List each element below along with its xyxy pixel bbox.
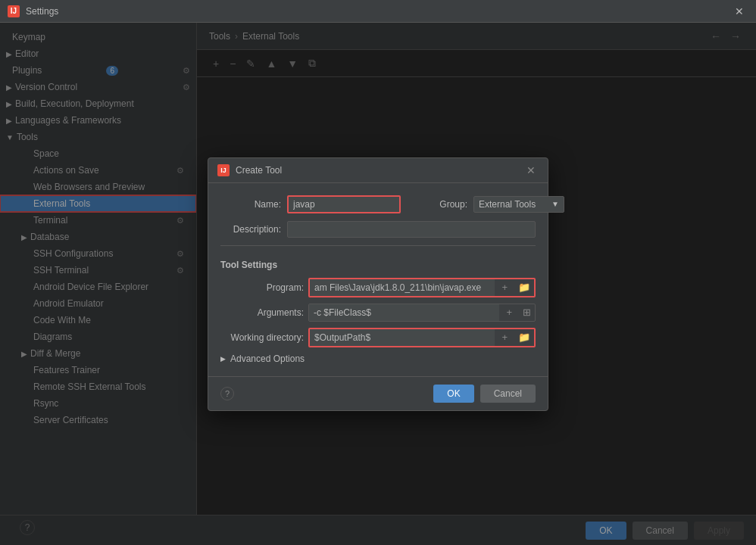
group-dropdown[interactable]: External Tools	[479, 199, 559, 210]
modal-title: Create Tool	[236, 165, 517, 176]
sidebar-item-diagrams[interactable]: Diagrams	[0, 329, 196, 345]
working-dir-add-btn[interactable]: +	[498, 330, 511, 344]
sidebar-item-ssh-terminal[interactable]: SSH Terminal ⚙	[0, 262, 196, 279]
bottom-bar: ? OK Cancel Apply	[0, 515, 756, 545]
editor-label: Editor	[15, 48, 39, 59]
help-button[interactable]: ?	[20, 520, 35, 535]
copy-button[interactable]: ⧉	[305, 54, 320, 72]
create-tool-dialog: IJ Create Tool ✕ Name: Group: External T…	[208, 157, 548, 411]
android-emulator-label: Android Emulator	[33, 298, 104, 309]
terminal-settings-icon: ⚙	[177, 216, 184, 226]
program-label: Program:	[220, 282, 304, 293]
group-label: Group:	[407, 199, 467, 210]
arguments-add-btn[interactable]: +	[502, 305, 516, 319]
sidebar-item-ssh-configurations[interactable]: SSH Configurations ⚙	[0, 245, 196, 262]
sidebar-item-web-browsers[interactable]: Web Browsers and Preview	[0, 179, 196, 195]
breadcrumb-parent: Tools	[209, 31, 230, 42]
program-input-wrap: + 📁	[308, 278, 536, 297]
description-input[interactable]	[287, 221, 536, 238]
ssh-config-icon: ⚙	[177, 249, 184, 259]
remove-button[interactable]: −	[226, 55, 239, 72]
ssh-terminal-label: SSH Terminal	[33, 265, 89, 276]
apply-button[interactable]: Apply	[694, 522, 744, 540]
program-input[interactable]	[310, 279, 495, 296]
sidebar-item-external-tools[interactable]: External Tools	[0, 195, 196, 212]
name-label: Name:	[220, 199, 281, 210]
diagrams-label: Diagrams	[33, 332, 72, 342]
ssh-terminal-icon: ⚙	[177, 266, 184, 276]
move-down-button[interactable]: ▼	[283, 55, 301, 72]
window-title: Settings	[26, 6, 58, 17]
sidebar-item-space[interactable]: Space	[0, 145, 196, 162]
arguments-expand-btn[interactable]: ⊞	[519, 305, 535, 319]
dialog-cancel-button[interactable]: Cancel	[480, 385, 536, 403]
name-group-row: Name: Group: External Tools ▼	[220, 195, 536, 213]
forward-button[interactable]: →	[727, 29, 744, 44]
sidebar-item-keymap[interactable]: Keymap	[0, 29, 196, 45]
program-folder-btn[interactable]: 📁	[514, 280, 534, 294]
chevron-right-icon: ▶	[220, 355, 226, 363]
back-button[interactable]: ←	[708, 29, 724, 44]
actions-on-save-label: Actions on Save	[33, 165, 99, 176]
android-file-explorer-label: Android Device File Explorer	[33, 282, 148, 292]
sidebar-item-server-certificates[interactable]: Server Certificates	[0, 412, 196, 428]
breadcrumb-separator: ›	[235, 31, 238, 42]
actions-settings-icon: ⚙	[177, 166, 184, 176]
sidebar-item-features-trainer[interactable]: Features Trainer	[0, 362, 196, 378]
plugins-settings-icon: ⚙	[183, 66, 190, 76]
tool-settings-title: Tool Settings	[220, 260, 536, 270]
database-label: Database	[30, 232, 69, 242]
sidebar-item-plugins[interactable]: Plugins 6 ⚙	[0, 62, 196, 79]
ssh-configurations-label: SSH Configurations	[33, 248, 113, 259]
chevron-right-icon: ▶	[6, 50, 12, 58]
cancel-button[interactable]: Cancel	[633, 522, 688, 540]
chevron-down-icon: ▼	[6, 133, 14, 142]
add-button[interactable]: +	[209, 55, 223, 72]
sidebar-item-rsync[interactable]: Rsync	[0, 395, 196, 412]
web-browsers-label: Web Browsers and Preview	[33, 182, 145, 192]
modal-close-button[interactable]: ✕	[523, 164, 539, 176]
chevron-right-icon: ▶	[6, 100, 12, 108]
close-button[interactable]: ✕	[730, 4, 748, 19]
sidebar-item-actions-on-save[interactable]: Actions on Save ⚙	[0, 162, 196, 179]
version-control-label: Version Control	[15, 82, 77, 92]
sidebar-item-tools[interactable]: ▼ Tools	[0, 129, 196, 145]
group-select[interactable]: External Tools ▼	[473, 196, 564, 213]
sidebar-item-database[interactable]: ▶ Database	[0, 229, 196, 245]
description-label: Description:	[220, 224, 281, 235]
sidebar-item-diff-merge[interactable]: ▶ Diff & Merge	[0, 345, 196, 362]
sidebar-item-code-with-me[interactable]: Code With Me	[0, 312, 196, 329]
tool-settings-section: Tool Settings Program: + 📁 Arguments: +	[220, 245, 536, 347]
sidebar-item-remote-ssh[interactable]: Remote SSH External Tools	[0, 378, 196, 395]
terminal-label: Terminal	[33, 215, 67, 226]
arguments-input[interactable]	[309, 304, 499, 321]
external-tools-label: External Tools	[33, 198, 90, 209]
dialog-ok-button[interactable]: OK	[433, 385, 473, 403]
working-dir-input[interactable]	[310, 329, 495, 346]
rsync-label: Rsync	[33, 398, 58, 409]
ok-button[interactable]: OK	[586, 522, 626, 540]
sidebar-item-terminal[interactable]: Terminal ⚙	[0, 212, 196, 229]
working-dir-folder-btn[interactable]: 📁	[514, 330, 534, 344]
plugins-label: Plugins	[12, 65, 42, 76]
sidebar-item-build[interactable]: ▶ Build, Execution, Deployment	[0, 95, 196, 112]
title-bar: IJ Settings ✕	[0, 0, 756, 23]
name-input[interactable]	[287, 195, 401, 213]
sidebar-item-editor[interactable]: ▶ Editor	[0, 45, 196, 62]
modal-help-button[interactable]: ?	[220, 387, 234, 400]
diff-merge-label: Diff & Merge	[30, 348, 80, 359]
sidebar-item-languages[interactable]: ▶ Languages & Frameworks	[0, 112, 196, 129]
build-label: Build, Execution, Deployment	[15, 98, 134, 109]
title-bar-left: IJ Settings	[8, 5, 58, 17]
sidebar-item-android-emulator[interactable]: Android Emulator	[0, 295, 196, 312]
move-up-button[interactable]: ▲	[262, 55, 280, 72]
sidebar-item-version-control[interactable]: ▶ Version Control ⚙	[0, 79, 196, 95]
advanced-options-row[interactable]: ▶ Advanced Options	[220, 353, 536, 364]
chevron-right-icon: ▶	[6, 117, 12, 125]
description-row: Description:	[220, 221, 536, 238]
sidebar-item-android-file-explorer[interactable]: Android Device File Explorer	[0, 279, 196, 295]
program-add-btn[interactable]: +	[498, 280, 511, 294]
arguments-row: Arguments: + ⊞	[220, 304, 536, 322]
modal-icon: IJ	[217, 164, 230, 176]
edit-button[interactable]: ✎	[242, 55, 259, 72]
